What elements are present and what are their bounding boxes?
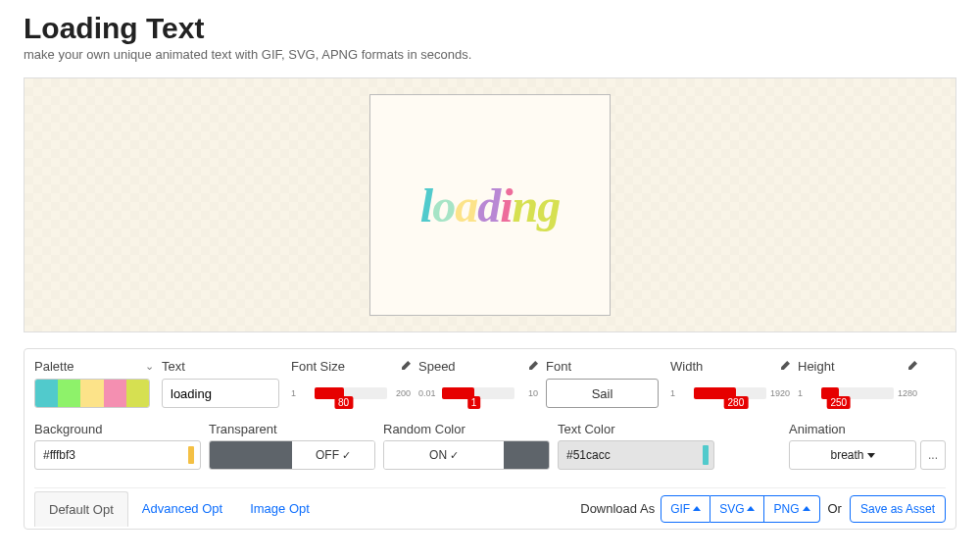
width-min: 1 [670, 388, 694, 398]
width-max: 1920 [766, 388, 790, 398]
caret-up-icon [803, 506, 810, 511]
gif-label: GIF [670, 502, 690, 516]
background-label: Background [34, 422, 201, 436]
animation-select[interactable]: breath [789, 440, 916, 470]
textcolor-label: Text Color [558, 422, 714, 436]
transparent-state: OFF [316, 448, 339, 462]
text-label: Text [162, 359, 185, 374]
edit-icon[interactable] [400, 361, 411, 372]
fontsize-max: 200 [387, 388, 411, 398]
download-png-button[interactable]: PNG [764, 495, 819, 523]
svg-label: SVG [719, 502, 744, 516]
caret-up-icon [693, 506, 701, 511]
save-as-asset-button[interactable]: Save as Asset [850, 495, 946, 523]
edit-icon[interactable] [527, 361, 538, 372]
width-label: Width [670, 359, 703, 374]
background-input[interactable]: #fffbf3 [34, 440, 201, 470]
font-select[interactable]: Sail [546, 379, 659, 408]
edit-icon[interactable] [779, 361, 790, 372]
download-gif-button[interactable]: GIF [661, 495, 710, 523]
height-value: 250 [826, 396, 851, 409]
preview-canvas: loading [369, 94, 611, 316]
animation-more-button[interactable]: ... [920, 440, 946, 470]
page-subtitle: make your own unique animated text with … [24, 47, 956, 62]
tab-advanced-opt[interactable]: Advanced Opt [128, 491, 236, 526]
controls-panel: Palette ⌄ Text Font Size 1 [24, 348, 956, 530]
preview-text: loading [420, 178, 560, 232]
tab-image-opt[interactable]: Image Opt [236, 491, 323, 526]
download-as-label: Download As [580, 501, 655, 516]
width-slider[interactable]: 1 280 1920 [670, 379, 790, 408]
fontsize-slider[interactable]: 1 80 200 [291, 379, 411, 408]
check-icon: ✓ [342, 449, 351, 462]
width-value: 280 [724, 396, 749, 409]
caret-up-icon [747, 506, 755, 511]
height-max: 1280 [894, 388, 917, 398]
palette-swatches[interactable] [34, 379, 150, 408]
preview-area: loading [24, 77, 956, 332]
animation-value: breath [830, 448, 863, 462]
fontsize-value: 80 [334, 396, 353, 409]
height-min: 1 [798, 388, 821, 398]
height-label: Height [798, 359, 835, 374]
chevron-down-icon[interactable]: ⌄ [145, 360, 154, 373]
caret-down-icon [867, 453, 875, 458]
height-slider[interactable]: 1 250 1280 [798, 379, 917, 408]
fontsize-label: Font Size [291, 359, 345, 374]
edit-icon[interactable] [906, 361, 917, 372]
speed-value: 1 [467, 396, 481, 409]
background-value: #fffbf3 [43, 448, 75, 462]
fontsize-min: 1 [291, 388, 315, 398]
download-svg-button[interactable]: SVG [710, 495, 764, 523]
background-swatch-icon [188, 446, 194, 464]
speed-label: Speed [418, 359, 456, 374]
page-title: Loading Text [24, 12, 956, 45]
textcolor-value: #51cacc [566, 448, 611, 462]
check-icon: ✓ [450, 449, 459, 462]
palette-label: Palette [34, 359, 74, 374]
tab-default-opt[interactable]: Default Opt [34, 491, 128, 527]
randomcolor-label: Random Color [383, 422, 550, 436]
randomcolor-state: ON [429, 448, 447, 462]
speed-min: 0.01 [418, 388, 442, 398]
font-label: Font [546, 359, 571, 374]
randomcolor-toggle[interactable]: ON✓ [383, 440, 550, 470]
or-text: Or [828, 501, 842, 516]
text-input[interactable] [162, 379, 279, 408]
speed-max: 10 [514, 388, 538, 398]
textcolor-input[interactable]: #51cacc [558, 440, 714, 470]
textcolor-swatch-icon [703, 445, 709, 465]
transparent-label: Transparent [209, 422, 375, 436]
animation-label: Animation [789, 422, 946, 436]
png-label: PNG [773, 502, 799, 516]
speed-slider[interactable]: 0.01 1 10 [418, 379, 538, 408]
transparent-toggle[interactable]: OFF✓ [209, 440, 375, 470]
